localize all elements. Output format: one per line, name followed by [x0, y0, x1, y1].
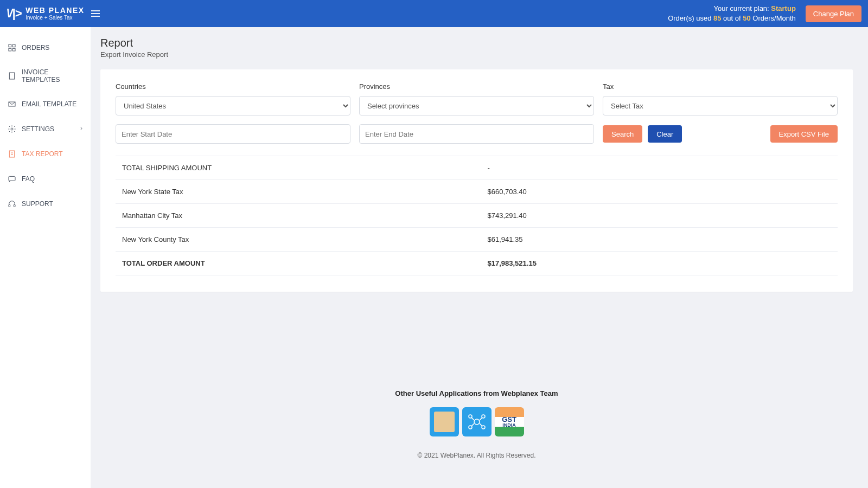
countries-label: Countries	[116, 82, 350, 91]
countries-select[interactable]: United States	[116, 96, 350, 115]
end-date-field	[359, 124, 594, 144]
copyright: © 2021 WebPlanex. All Rights Reserved.	[100, 452, 853, 459]
chevron-right-icon	[79, 125, 84, 133]
sidebar-item-invoice-templates[interactable]: INVOICE TEMPLATES	[0, 63, 91, 89]
logo[interactable]: \/|> WEB PLANEX Invoice + Sales Tax	[7, 7, 85, 21]
countries-field: Countries United States	[116, 82, 350, 115]
grid-icon	[8, 43, 16, 52]
app-icons-row: GST INDIA	[100, 407, 853, 436]
search-button[interactable]: Search	[603, 125, 642, 143]
row-label: New York County Tax	[122, 235, 477, 243]
clear-button[interactable]: Clear	[648, 125, 682, 143]
mail-icon	[8, 100, 16, 108]
plan-line-1: Your current plan: Startup	[668, 4, 796, 14]
table-row: TOTAL SHIPPING AMOUNT -	[116, 156, 838, 180]
tax-label: Tax	[603, 82, 838, 91]
svg-rect-4	[9, 73, 14, 79]
svg-rect-1	[12, 44, 15, 47]
page-header: Report Export Invoice Report	[100, 37, 853, 59]
hamburger-icon[interactable]	[91, 10, 100, 17]
main-content: Report Export Invoice Report Countries U…	[91, 27, 868, 488]
svg-rect-2	[9, 48, 11, 51]
filter-row-2: Search Clear Export CSV File	[116, 124, 838, 144]
gear-icon	[8, 125, 16, 133]
plan-name: Startup	[771, 4, 796, 12]
app-header: \/|> WEB PLANEX Invoice + Sales Tax Your…	[0, 0, 868, 27]
row-label: TOTAL ORDER AMOUNT	[122, 259, 477, 267]
footer-apps-title: Other Useful Applications from Webplanex…	[100, 389, 853, 397]
gst-sublabel: INDIA	[502, 423, 516, 428]
sidebar-item-tax-report[interactable]: TAX REPORT	[0, 144, 91, 164]
filter-row: Countries United States Provinces Select…	[116, 82, 838, 115]
row-value: $17,983,521.15	[477, 259, 832, 267]
sidebar-item-label: SUPPORT	[22, 200, 53, 208]
row-label: New York State Tax	[122, 188, 477, 196]
sidebar-item-label: TAX REPORT	[22, 150, 63, 158]
orders-used-count: 85	[713, 14, 721, 22]
logo-text: WEB PLANEX Invoice + Sales Tax	[25, 7, 84, 21]
page-subtitle: Export Invoice Report	[100, 50, 853, 59]
app-icon-3[interactable]: GST INDIA	[495, 407, 524, 436]
svg-rect-9	[9, 204, 10, 207]
row-value: $743,291.40	[477, 211, 832, 220]
start-date-field	[116, 124, 350, 144]
app-icon-1[interactable]	[430, 407, 459, 436]
header-left: \/|> WEB PLANEX Invoice + Sales Tax	[7, 7, 100, 21]
row-label: TOTAL SHIPPING AMOUNT	[122, 164, 477, 172]
bag-rocket-icon	[434, 412, 455, 432]
change-plan-button[interactable]: Change Plan	[806, 5, 861, 22]
tax-field: Tax Select Tax	[603, 82, 838, 115]
header-right: Your current plan: Startup Order(s) used…	[668, 4, 861, 23]
plan-info: Your current plan: Startup Order(s) used…	[668, 4, 796, 23]
app-icon-2[interactable]	[462, 407, 492, 436]
sidebar-item-label: FAQ	[22, 175, 35, 183]
provinces-field: Provinces Select provinces	[359, 82, 594, 115]
sidebar-item-settings[interactable]: SETTINGS	[0, 119, 91, 139]
plan-line-2: Order(s) used 85 out of 50 Orders/Month	[668, 14, 796, 23]
start-date-input[interactable]	[116, 124, 350, 144]
end-date-input[interactable]	[359, 124, 594, 144]
sidebar-item-label: INVOICE TEMPLATES	[22, 68, 83, 84]
filter-actions: Search Clear Export CSV File	[603, 125, 838, 143]
logo-mark-icon: \/|>	[7, 7, 21, 21]
chat-icon	[8, 175, 16, 183]
provinces-label: Provinces	[359, 82, 594, 91]
file-icon	[8, 72, 16, 80]
svg-rect-10	[14, 204, 15, 207]
svg-rect-0	[9, 44, 11, 47]
export-csv-button[interactable]: Export CSV File	[770, 125, 838, 143]
table-row: Manhattan City Tax $743,291.40	[116, 204, 838, 228]
row-label: Manhattan City Tax	[122, 211, 477, 220]
report-table: TOTAL SHIPPING AMOUNT - New York State T…	[116, 156, 838, 275]
page-title: Report	[100, 37, 853, 49]
provinces-select[interactable]: Select provinces	[359, 96, 594, 115]
sidebar-item-email-template[interactable]: EMAIL TEMPLATE	[0, 94, 91, 114]
report-icon	[8, 150, 16, 158]
row-value: $61,941.35	[477, 235, 832, 243]
table-row: New York State Tax $660,703.40	[116, 180, 838, 204]
report-panel: Countries United States Provinces Select…	[100, 69, 853, 292]
sidebar-item-label: ORDERS	[22, 44, 49, 52]
orders-limit-count: 50	[743, 14, 750, 22]
sidebar-item-faq[interactable]: FAQ	[0, 169, 91, 189]
network-icon	[466, 411, 488, 433]
brand-name: WEB PLANEX	[25, 7, 84, 15]
headset-icon	[8, 200, 16, 208]
table-row: New York County Tax $61,941.35	[116, 228, 838, 252]
svg-point-6	[11, 128, 13, 130]
sidebar-item-orders[interactable]: ORDERS	[0, 38, 91, 57]
table-row-total: TOTAL ORDER AMOUNT $17,983,521.15	[116, 252, 838, 275]
sidebar-item-label: SETTINGS	[22, 125, 54, 133]
sidebar: ORDERS INVOICE TEMPLATES EMAIL TEMPLATE …	[0, 27, 91, 488]
svg-rect-7	[9, 151, 14, 157]
svg-rect-8	[9, 176, 15, 181]
svg-point-11	[474, 419, 480, 425]
svg-rect-3	[12, 48, 15, 51]
brand-tagline: Invoice + Sales Tax	[25, 15, 84, 21]
tax-select[interactable]: Select Tax	[603, 96, 838, 115]
sidebar-item-support[interactable]: SUPPORT	[0, 194, 91, 214]
row-value: -	[477, 164, 832, 172]
layout: ORDERS INVOICE TEMPLATES EMAIL TEMPLATE …	[0, 27, 868, 488]
sidebar-item-label: EMAIL TEMPLATE	[22, 100, 76, 108]
footer-apps: Other Useful Applications from Webplanex…	[100, 389, 853, 436]
